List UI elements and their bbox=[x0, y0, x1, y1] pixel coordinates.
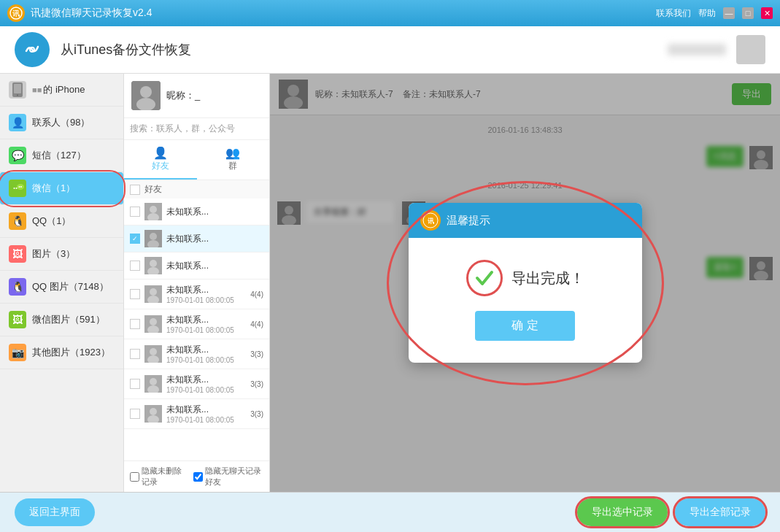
contact-count-3: 4(4) bbox=[250, 290, 263, 298]
svg-text:讯: 讯 bbox=[12, 9, 20, 18]
return-button[interactable]: 返回主界面 bbox=[15, 498, 95, 526]
search-text: 搜索：联系人，群，公众号 bbox=[130, 123, 235, 134]
tab-friends[interactable]: 👤 好友 bbox=[124, 140, 197, 180]
contact-name-5: 未知联系... bbox=[166, 344, 250, 356]
hide-deleted-checkbox[interactable] bbox=[130, 472, 139, 482]
svg-point-12 bbox=[20, 186, 22, 188]
contact-name-2: 未知联系... bbox=[166, 260, 263, 272]
svg-point-9 bbox=[14, 188, 15, 189]
group-tab-icon: 👥 bbox=[197, 146, 270, 160]
contact-avatar-7 bbox=[144, 405, 162, 423]
hide-deleted-checkbox-label[interactable]: 隐藏未删除记录 bbox=[130, 466, 186, 487]
tab-group[interactable]: 👥 群 bbox=[197, 140, 270, 180]
sidebar-item-qq-photos[interactable]: 🐧 QQ 图片（7148） bbox=[0, 271, 123, 304]
other-photos-label: 其他图片（1923） bbox=[32, 346, 110, 359]
modal-overlay: 讯 温馨提示 导出完成！ 确 定 bbox=[270, 74, 780, 492]
contact-name-0: 未知联系... bbox=[166, 206, 263, 218]
contact-checkbox-5[interactable] bbox=[130, 349, 140, 359]
contact-row[interactable]: 未知联系... 1970-01-01 08:00:05 4(4) bbox=[124, 309, 269, 339]
header: 从iTunes备份文件恢复 bbox=[0, 26, 780, 74]
svg-point-10 bbox=[16, 188, 18, 189]
contact-row[interactable]: 未知联系... 1970-01-01 08:00:05 4(4) bbox=[124, 280, 269, 309]
contact-nickname: 昵称：_ bbox=[166, 89, 200, 102]
contact-checkbox-7[interactable] bbox=[130, 409, 140, 419]
photos-label: 图片（3） bbox=[32, 247, 75, 261]
contact-avatar-3 bbox=[144, 285, 162, 303]
contact-row[interactable]: 未知联系... 1970-01-01 08:00:05 3(3) bbox=[124, 369, 269, 399]
sms-icon: 💬 bbox=[9, 147, 26, 164]
help-link[interactable]: 帮助 bbox=[698, 7, 716, 20]
svg-point-6 bbox=[17, 95, 18, 96]
contact-profile: 昵称：_ bbox=[124, 74, 269, 118]
contact-search-bar: 搜索：联系人，群，公众号 bbox=[124, 118, 269, 140]
iphone-label: 的 iPhone bbox=[43, 83, 85, 96]
select-all-checkbox[interactable] bbox=[130, 185, 140, 195]
other-photos-icon: 📷 bbox=[9, 344, 26, 361]
contacts-icon: 👤 bbox=[9, 114, 26, 131]
photos-icon: 🖼 bbox=[9, 245, 26, 263]
contact-checkbox-3[interactable] bbox=[130, 289, 140, 299]
contact-checkbox-2[interactable] bbox=[130, 261, 140, 271]
sidebar-item-other-photos[interactable]: 📷 其他图片（1923） bbox=[0, 336, 123, 369]
header-title: 从iTunes备份文件恢复 bbox=[61, 41, 668, 58]
app-logo: 讯 bbox=[7, 4, 25, 22]
hide-no-chat-text: 隐藏无聊天记录好友 bbox=[205, 466, 263, 487]
contact-avatar-4 bbox=[144, 315, 162, 333]
sidebar-item-iphone[interactable]: ■■ 的 iPhone bbox=[0, 74, 123, 107]
contact-avatar-2 bbox=[144, 257, 162, 274]
svg-point-14 bbox=[140, 86, 152, 98]
app-title: 讯捷微信聊天记录恢复v2.4 bbox=[31, 7, 656, 20]
contact-count-5: 3(3) bbox=[250, 350, 263, 358]
hide-deleted-text: 隐藏未删除记录 bbox=[142, 466, 186, 487]
export-all-button[interactable]: 导出全部记录 bbox=[675, 498, 765, 526]
contact-date-7: 1970-01-01 08:00:05 bbox=[166, 416, 250, 424]
minimize-button[interactable]: — bbox=[723, 7, 735, 19]
svg-point-38 bbox=[150, 408, 157, 415]
svg-text:讯: 讯 bbox=[427, 217, 434, 225]
sidebar-item-contacts[interactable]: 👤 联系人（98） bbox=[0, 107, 123, 139]
qq-photos-icon: 🐧 bbox=[9, 278, 26, 296]
contact-row[interactable]: 未知联系... bbox=[124, 198, 269, 225]
contact-row[interactable]: 未知联系... bbox=[124, 252, 269, 280]
success-icon bbox=[466, 260, 503, 296]
sidebar-item-sms[interactable]: 💬 短信（127） bbox=[0, 139, 123, 172]
maximize-button[interactable]: □ bbox=[742, 7, 754, 19]
sidebar-item-wechat[interactable]: 微信（1） bbox=[0, 172, 123, 205]
close-button[interactable]: ✕ bbox=[761, 7, 773, 19]
user-avatar bbox=[736, 35, 765, 64]
modal-ok-button[interactable]: 确 定 bbox=[475, 311, 574, 341]
svg-point-20 bbox=[150, 233, 157, 240]
contact-row[interactable]: 未知联系... 1970-01-01 08:00:05 3(3) bbox=[124, 399, 269, 429]
contact-tabs: 👤 好友 👥 群 bbox=[124, 140, 269, 180]
contact-checkbox-1[interactable]: ✓ bbox=[130, 234, 140, 244]
sidebar-item-qq[interactable]: 🐧 QQ（1） bbox=[0, 205, 123, 238]
contact-avatar-1 bbox=[144, 230, 162, 247]
sidebar-item-wechat-photos[interactable]: 🖼 微信图片（591） bbox=[0, 304, 123, 336]
qq-photos-label: QQ 图片（7148） bbox=[32, 280, 109, 293]
contact-count-4: 4(4) bbox=[250, 320, 263, 328]
sidebar-item-photos[interactable]: 🖼 图片（3） bbox=[0, 238, 123, 271]
friends-tab-icon: 👤 bbox=[124, 146, 197, 160]
hide-no-chat-checkbox[interactable] bbox=[193, 472, 203, 482]
chat-panel: 昵称：未知联系人-7 备注：未知联系人-7 导出 2016-01-16 13:4… bbox=[270, 74, 780, 492]
contact-name-7: 未知联系... bbox=[166, 404, 250, 416]
contact-checkbox-4[interactable] bbox=[130, 319, 140, 329]
contact-row-selected[interactable]: ✓ 未知联系... bbox=[124, 225, 269, 252]
contact-us-link[interactable]: 联系我们 bbox=[656, 7, 691, 20]
friends-header: 好友 bbox=[144, 183, 162, 196]
user-info-blurred bbox=[668, 44, 726, 55]
contact-list: 好友 未知联系... ✓ 未知联系... 未知联系... bbox=[124, 180, 269, 460]
bottom-bar: 返回主界面 导出选中记录 导出全部记录 bbox=[0, 492, 780, 532]
modal-body: 导出完成！ 确 定 bbox=[409, 238, 642, 363]
sms-label: 短信（127） bbox=[32, 149, 86, 162]
modal-logo: 讯 bbox=[420, 210, 441, 231]
contact-date-4: 1970-01-01 08:00:05 bbox=[166, 326, 250, 334]
contact-checkbox-6[interactable] bbox=[130, 379, 140, 389]
export-selected-button[interactable]: 导出选中记录 bbox=[577, 498, 668, 526]
contact-checkbox-0[interactable] bbox=[130, 207, 140, 217]
contact-count-7: 3(3) bbox=[250, 410, 263, 418]
hide-no-chat-checkbox-label[interactable]: 隐藏无聊天记录好友 bbox=[193, 466, 263, 487]
contact-row[interactable]: 未知联系... 1970-01-01 08:00:05 3(3) bbox=[124, 339, 269, 369]
titlebar: 讯 讯捷微信聊天记录恢复v2.4 联系我们 帮助 — □ ✕ bbox=[0, 0, 780, 26]
contact-count-6: 3(3) bbox=[250, 380, 263, 388]
